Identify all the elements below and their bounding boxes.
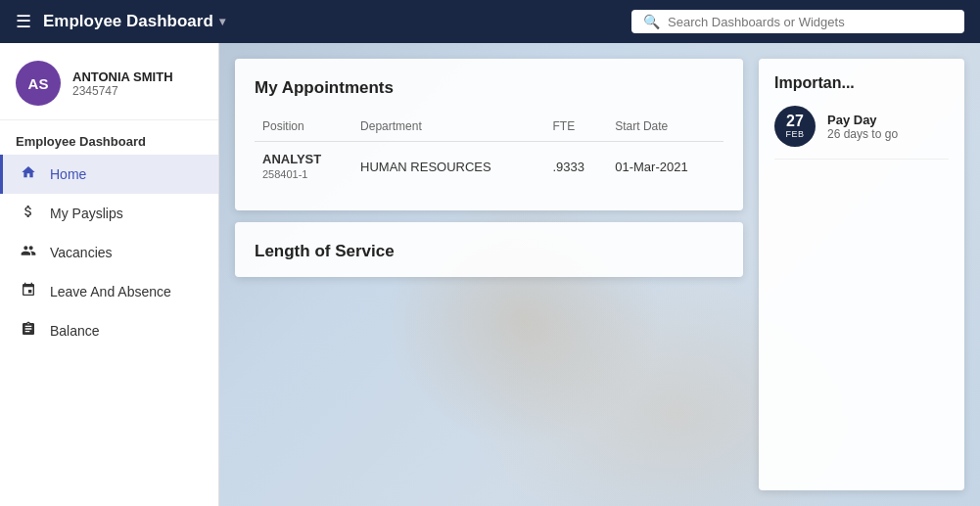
important-title: Importan... <box>774 74 949 92</box>
hamburger-icon[interactable]: ☰ <box>16 11 31 32</box>
col-start-date: Start Date <box>607 114 723 142</box>
profile-name: ANTONIA SMITH <box>72 69 173 84</box>
pay-day-day: 27 <box>786 114 804 129</box>
length-of-service-title: Length of Service <box>255 242 723 261</box>
profile-info: ANTONIA SMITH 2345747 <box>72 69 173 98</box>
main-content: My Appointments Position Department FTE … <box>219 43 980 506</box>
content-area: My Appointments Position Department FTE … <box>219 43 980 506</box>
sidebar-item-label-vacancies: Vacancies <box>50 245 113 260</box>
sidebar: AS ANTONIA SMITH 2345747 Employee Dashbo… <box>0 43 219 506</box>
navbar-dropdown-arrow-icon: ▾ <box>219 15 225 28</box>
avatar: AS <box>16 61 61 106</box>
position-sub: 258401-1 <box>262 168 308 180</box>
pay-day-item: 27 FEB Pay Day 26 days to go <box>774 106 949 160</box>
sidebar-profile: AS ANTONIA SMITH 2345747 <box>0 43 218 120</box>
position-name: ANALYST <box>262 152 321 166</box>
home-icon <box>19 164 38 184</box>
widget-right: Importan... 27 FEB Pay Day 26 days to go <box>759 59 964 490</box>
appointments-table: Position Department FTE Start Date ANALY… <box>255 114 723 191</box>
sidebar-nav: Home My Payslips Vacancies Leave And Abs… <box>0 155 218 350</box>
calendar-badge: 27 FEB <box>774 106 816 147</box>
sidebar-item-home[interactable]: Home <box>0 155 218 194</box>
search-bar: 🔍 <box>631 10 964 33</box>
length-of-service-card: Length of Service <box>235 222 743 277</box>
people-icon <box>19 243 38 262</box>
cell-fte: .9333 <box>545 142 608 192</box>
navbar-title-text: Employee Dashboard <box>43 12 213 31</box>
col-department: Department <box>352 114 544 142</box>
clipboard-icon <box>19 321 38 341</box>
pay-day-month: FEB <box>785 129 804 139</box>
cell-department: HUMAN RESOURCES <box>352 142 544 192</box>
pay-day-info: Pay Day 26 days to go <box>827 113 898 141</box>
sidebar-item-label-payslips: My Payslips <box>50 206 123 221</box>
sidebar-item-label-home: Home <box>50 166 86 182</box>
dollar-icon <box>19 204 38 223</box>
pay-day-label: Pay Day <box>827 113 898 127</box>
sidebar-item-label-leave: Leave And Absence <box>50 284 171 299</box>
important-card: Importan... 27 FEB Pay Day 26 days to go <box>759 59 964 490</box>
layout: AS ANTONIA SMITH 2345747 Employee Dashbo… <box>0 43 980 506</box>
appointments-card: My Appointments Position Department FTE … <box>235 59 743 210</box>
sidebar-item-label-balance: Balance <box>50 323 100 339</box>
sidebar-item-my-payslips[interactable]: My Payslips <box>0 194 218 233</box>
table-row: ANALYST 258401-1 HUMAN RESOURCES .9333 0… <box>255 142 723 192</box>
navbar: ☰ Employee Dashboard ▾ 🔍 <box>0 0 980 43</box>
navbar-title[interactable]: Employee Dashboard ▾ <box>43 12 225 31</box>
profile-id: 2345747 <box>72 84 173 98</box>
calendar-icon <box>19 282 38 301</box>
sidebar-item-balance[interactable]: Balance <box>0 311 218 350</box>
cell-start-date: 01-Mar-2021 <box>607 142 723 192</box>
cell-position: ANALYST 258401-1 <box>255 142 352 192</box>
sidebar-item-leave-absence[interactable]: Leave And Absence <box>0 272 218 311</box>
widget-main: My Appointments Position Department FTE … <box>235 59 743 490</box>
sidebar-section-title: Employee Dashboard <box>0 120 218 155</box>
sidebar-item-vacancies[interactable]: Vacancies <box>0 233 218 272</box>
search-input[interactable] <box>668 15 953 29</box>
appointments-title: My Appointments <box>255 78 723 98</box>
col-fte: FTE <box>545 114 608 142</box>
col-position: Position <box>255 114 352 142</box>
search-icon: 🔍 <box>643 14 660 29</box>
pay-day-sublabel: 26 days to go <box>827 127 898 141</box>
